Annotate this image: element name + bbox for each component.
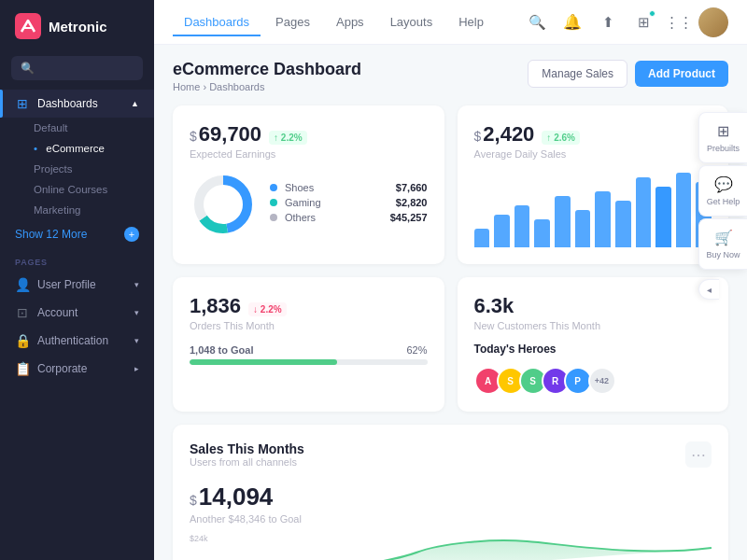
- bar-0: [474, 229, 490, 247]
- add-product-button[interactable]: Add Product: [635, 61, 728, 87]
- user-avatar[interactable]: [698, 7, 728, 37]
- chevron-up-icon: ▲: [131, 99, 139, 108]
- daily-label: Average Daily Sales: [474, 148, 712, 160]
- get-help-label: Get Help: [707, 197, 740, 206]
- progress-label-row: 1,048 to Goal 62%: [190, 344, 428, 356]
- heroes-avatars: A S S R P +42: [474, 367, 712, 395]
- y-label-top: $24k: [190, 534, 215, 543]
- tab-layouts[interactable]: Layouts: [379, 9, 444, 36]
- plus-icon: +: [124, 227, 139, 242]
- account-icon: ⊡: [15, 305, 30, 320]
- earnings-currency: $: [190, 129, 197, 144]
- sales-currency: $: [190, 493, 197, 508]
- breadcrumb-home[interactable]: Home: [173, 81, 200, 92]
- sidebar-sub-marketing[interactable]: Marketing: [0, 200, 154, 220]
- manage-sales-button[interactable]: Manage Sales: [528, 60, 627, 88]
- chevron-right-icon: ▸: [134, 364, 139, 373]
- logo-text: Metronic: [49, 19, 107, 35]
- topnav: Dashboards Pages Apps Layouts Help 🔍 🔔 ⬆…: [154, 0, 747, 45]
- legend-shoes: Shoes $7,660: [270, 182, 428, 193]
- card-orders: 1,836 ↓ 2.2% Orders This Month 1,048 to …: [173, 277, 444, 412]
- sales-menu-button[interactable]: ⋯: [685, 441, 712, 468]
- tab-pages[interactable]: Pages: [264, 9, 321, 36]
- card-sales: Sales This Months Users from all channel…: [173, 425, 728, 560]
- bar-9: [655, 187, 671, 247]
- sidebar-item-account[interactable]: ⊡ Account ▾: [0, 299, 154, 327]
- bar-chart: [474, 173, 712, 247]
- sales-goal: Another $48,346 to Goal: [190, 513, 712, 525]
- dashboards-icon: ⊞: [15, 96, 30, 111]
- sidebar-item-dashboards[interactable]: ⊞ Dashboards ▲: [0, 90, 154, 118]
- daily-value: 2,420: [483, 122, 534, 147]
- buy-now-button[interactable]: 🛒 Buy Now: [698, 218, 747, 270]
- prebuilts-button[interactable]: ⊞ Prebuilts: [698, 112, 747, 163]
- sidebar-item-user-profile[interactable]: 👤 User Profile ▾: [0, 271, 154, 299]
- breadcrumb-current: Dashboards: [209, 81, 264, 92]
- bar-10: [676, 173, 692, 247]
- earnings-label: Expected Earnings: [190, 148, 428, 160]
- customers-value: 6.3k: [474, 294, 514, 318]
- sidebar-sub-default[interactable]: Default: [0, 118, 154, 138]
- earnings-badge: ↑ 2.2%: [269, 131, 307, 145]
- upload-button[interactable]: ⬆: [592, 7, 624, 38]
- sidebar-sub-ecommerce[interactable]: eCommerce: [0, 138, 154, 159]
- progress-bar-wrap: 1,048 to Goal 62%: [190, 344, 428, 365]
- area-chart-canvas: [219, 534, 712, 560]
- bar-3: [534, 219, 550, 247]
- shoes-label: Shoes: [285, 182, 388, 193]
- breadcrumb: Home › Dashboards: [173, 81, 361, 92]
- page-header: eCommerce Dashboard Home › Dashboards Ma…: [173, 60, 728, 92]
- sidebar-search[interactable]: 🔍: [11, 56, 143, 80]
- notifications-button[interactable]: 🔔: [557, 7, 588, 38]
- show-more-button[interactable]: Show 12 More +: [0, 220, 154, 248]
- bar-1: [494, 215, 510, 247]
- logo[interactable]: Metronic: [0, 0, 154, 52]
- sidebar-sub-projects[interactable]: Projects: [0, 159, 154, 179]
- grid-button[interactable]: ⊞: [627, 7, 659, 38]
- heroes-title: Today's Heroes: [474, 343, 712, 356]
- gaming-value: $2,820: [396, 197, 428, 208]
- bell-icon: 🔔: [563, 13, 582, 31]
- progress-pct-label: 62%: [406, 344, 427, 356]
- logo-icon: [15, 13, 41, 39]
- get-help-icon: 💬: [714, 175, 733, 193]
- chevron-down-icon: ▾: [134, 280, 139, 289]
- buy-now-label: Buy Now: [706, 250, 740, 259]
- auth-icon: 🔒: [15, 333, 30, 348]
- donut-chart: [190, 171, 257, 238]
- y-axis-labels: $24k $20.5k: [190, 534, 215, 560]
- sidebar: Metronic 🔍 ⊞ Dashboards ▲ Default eComme…: [0, 0, 154, 560]
- apps-button[interactable]: ⋮⋮: [663, 7, 695, 38]
- legend-others: Others $45,257: [270, 212, 428, 223]
- donut-legend: Shoes $7,660 Gaming $2,820 Others $45,25…: [270, 182, 428, 227]
- tab-help[interactable]: Help: [447, 9, 495, 36]
- dashboards-label: Dashboards: [37, 97, 98, 110]
- user-icon: 👤: [15, 277, 30, 292]
- sidebar-item-authentication[interactable]: 🔒 Authentication ▾: [0, 327, 154, 355]
- get-help-button[interactable]: 💬 Get Help: [698, 165, 747, 217]
- sidebar-sub-online-courses[interactable]: Online Courses: [0, 179, 154, 200]
- search-icon: 🔍: [21, 62, 35, 75]
- others-label: Others: [285, 212, 383, 223]
- tab-dashboards[interactable]: Dashboards: [173, 9, 261, 36]
- buy-now-icon: 🛒: [714, 229, 733, 246]
- collapse-button[interactable]: ◂: [698, 279, 719, 300]
- heroes-section: Today's Heroes A S S R P +42: [474, 343, 712, 395]
- bar-6: [595, 191, 611, 247]
- heroes-more: +42: [588, 367, 616, 395]
- legend-gaming: Gaming $2,820: [270, 197, 428, 208]
- progress-track: [190, 359, 428, 365]
- card-daily-sales: $ 2,420 ↑ 2.6% Average Daily Sales: [458, 105, 729, 264]
- earnings-body: Shoes $7,660 Gaming $2,820 Others $45,25…: [190, 171, 428, 238]
- bar-4: [555, 196, 571, 247]
- gaming-dot: [270, 199, 277, 206]
- prebuilts-label: Prebuilts: [707, 144, 740, 153]
- tab-apps[interactable]: Apps: [325, 9, 375, 36]
- sales-area-chart: $24k $20.5k: [190, 534, 712, 560]
- search-button[interactable]: 🔍: [521, 7, 553, 38]
- sidebar-item-corporate[interactable]: 📋 Corporate ▸: [0, 355, 154, 383]
- orders-label: Orders This Month: [190, 320, 428, 331]
- area-chart-svg: [219, 534, 712, 560]
- sales-header: Sales This Months Users from all channel…: [190, 441, 712, 468]
- others-value: $45,257: [390, 212, 428, 223]
